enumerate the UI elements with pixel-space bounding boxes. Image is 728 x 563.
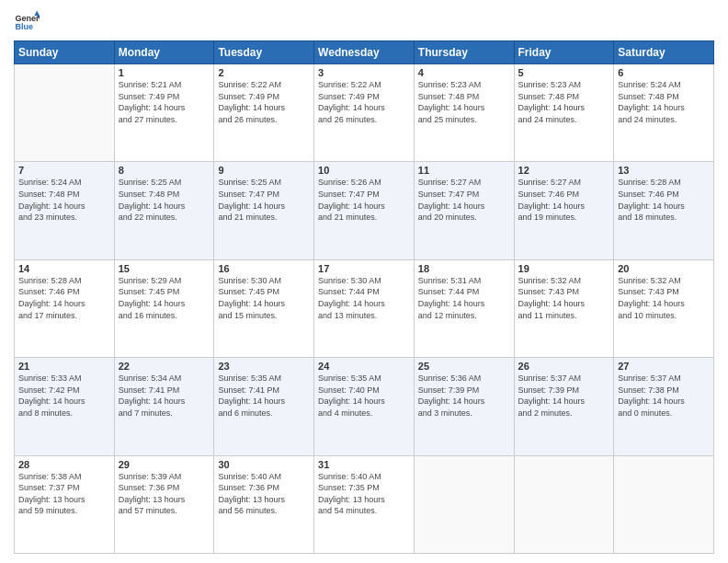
day-number: 31 <box>318 459 410 470</box>
day-info: Sunrise: 5:29 AMSunset: 7:45 PMDaylight:… <box>119 275 210 321</box>
day-info: Sunrise: 5:40 AMSunset: 7:35 PMDaylight:… <box>318 471 410 517</box>
day-info: Sunrise: 5:32 AMSunset: 7:43 PMDaylight:… <box>518 275 610 321</box>
day-number: 22 <box>119 361 210 372</box>
calendar-cell: 23Sunrise: 5:35 AMSunset: 7:41 PMDayligh… <box>214 358 314 455</box>
day-info: Sunrise: 5:23 AMSunset: 7:48 PMDaylight:… <box>518 79 610 125</box>
day-number: 9 <box>218 165 310 176</box>
calendar-cell: 22Sunrise: 5:34 AMSunset: 7:41 PMDayligh… <box>114 358 214 455</box>
calendar-cell: 19Sunrise: 5:32 AMSunset: 7:43 PMDayligh… <box>514 259 614 357</box>
calendar-cell: 29Sunrise: 5:39 AMSunset: 7:36 PMDayligh… <box>114 455 214 553</box>
day-number: 18 <box>418 263 510 274</box>
weekday-header: Friday <box>514 41 614 64</box>
day-number: 10 <box>318 165 410 176</box>
calendar-cell: 14Sunrise: 5:28 AMSunset: 7:46 PMDayligh… <box>15 259 115 357</box>
weekday-header: Sunday <box>15 41 115 64</box>
day-number: 7 <box>18 165 110 176</box>
day-number: 15 <box>119 263 210 274</box>
calendar-cell: 16Sunrise: 5:30 AMSunset: 7:45 PMDayligh… <box>214 259 314 357</box>
day-info: Sunrise: 5:30 AMSunset: 7:44 PMDaylight:… <box>318 275 410 321</box>
weekday-header: Wednesday <box>314 41 415 64</box>
day-number: 29 <box>119 459 210 470</box>
day-info: Sunrise: 5:27 AMSunset: 7:46 PMDaylight:… <box>518 177 610 223</box>
day-number: 5 <box>518 67 610 78</box>
calendar-cell: 1Sunrise: 5:21 AMSunset: 7:49 PMDaylight… <box>114 64 214 162</box>
page: General Blue SundayMondayTuesdayWednesda… <box>0 0 728 563</box>
day-info: Sunrise: 5:40 AMSunset: 7:36 PMDaylight:… <box>218 471 310 517</box>
calendar-cell: 21Sunrise: 5:33 AMSunset: 7:42 PMDayligh… <box>15 358 115 455</box>
day-number: 6 <box>618 67 710 78</box>
calendar-cell <box>414 455 514 553</box>
day-number: 26 <box>518 361 610 372</box>
calendar-cell: 13Sunrise: 5:28 AMSunset: 7:46 PMDayligh… <box>614 162 714 259</box>
day-number: 27 <box>618 361 710 372</box>
day-info: Sunrise: 5:34 AMSunset: 7:41 PMDaylight:… <box>119 373 210 419</box>
calendar-cell: 5Sunrise: 5:23 AMSunset: 7:48 PMDaylight… <box>514 64 614 162</box>
day-info: Sunrise: 5:32 AMSunset: 7:43 PMDaylight:… <box>618 275 710 321</box>
day-number: 30 <box>218 459 310 470</box>
calendar-cell: 25Sunrise: 5:36 AMSunset: 7:39 PMDayligh… <box>414 358 514 455</box>
calendar-cell <box>514 455 614 553</box>
header: General Blue <box>14 9 714 35</box>
day-number: 2 <box>218 67 310 78</box>
day-info: Sunrise: 5:37 AMSunset: 7:38 PMDaylight:… <box>618 373 710 419</box>
day-number: 24 <box>318 361 410 372</box>
day-info: Sunrise: 5:28 AMSunset: 7:46 PMDaylight:… <box>618 177 710 223</box>
calendar-cell: 18Sunrise: 5:31 AMSunset: 7:44 PMDayligh… <box>414 259 514 357</box>
weekday-header: Thursday <box>414 41 514 64</box>
weekday-header: Monday <box>114 41 214 64</box>
day-number: 17 <box>318 263 410 274</box>
day-info: Sunrise: 5:38 AMSunset: 7:37 PMDaylight:… <box>18 471 110 517</box>
day-number: 28 <box>18 459 110 470</box>
calendar-table: SundayMondayTuesdayWednesdayThursdayFrid… <box>14 40 714 554</box>
day-info: Sunrise: 5:22 AMSunset: 7:49 PMDaylight:… <box>218 79 310 125</box>
calendar-cell <box>614 455 714 553</box>
calendar-cell: 4Sunrise: 5:23 AMSunset: 7:48 PMDaylight… <box>414 64 514 162</box>
calendar-cell: 24Sunrise: 5:35 AMSunset: 7:40 PMDayligh… <box>314 358 415 455</box>
calendar-cell: 6Sunrise: 5:24 AMSunset: 7:48 PMDaylight… <box>614 64 714 162</box>
day-number: 8 <box>119 165 210 176</box>
day-info: Sunrise: 5:25 AMSunset: 7:47 PMDaylight:… <box>218 177 310 223</box>
day-info: Sunrise: 5:30 AMSunset: 7:45 PMDaylight:… <box>218 275 310 321</box>
calendar-cell: 20Sunrise: 5:32 AMSunset: 7:43 PMDayligh… <box>614 259 714 357</box>
day-number: 19 <box>518 263 610 274</box>
calendar-cell: 8Sunrise: 5:25 AMSunset: 7:48 PMDaylight… <box>114 162 214 259</box>
day-number: 16 <box>218 263 310 274</box>
calendar-cell: 3Sunrise: 5:22 AMSunset: 7:49 PMDaylight… <box>314 64 415 162</box>
day-number: 21 <box>18 361 110 372</box>
day-info: Sunrise: 5:25 AMSunset: 7:48 PMDaylight:… <box>119 177 210 223</box>
calendar-cell: 27Sunrise: 5:37 AMSunset: 7:38 PMDayligh… <box>614 358 714 455</box>
day-info: Sunrise: 5:35 AMSunset: 7:41 PMDaylight:… <box>218 373 310 419</box>
calendar-cell <box>15 64 115 162</box>
day-number: 13 <box>618 165 710 176</box>
calendar-cell: 28Sunrise: 5:38 AMSunset: 7:37 PMDayligh… <box>15 455 115 553</box>
day-info: Sunrise: 5:24 AMSunset: 7:48 PMDaylight:… <box>618 79 710 125</box>
weekday-header: Tuesday <box>214 41 314 64</box>
weekday-header: Saturday <box>614 41 714 64</box>
calendar-cell: 9Sunrise: 5:25 AMSunset: 7:47 PMDaylight… <box>214 162 314 259</box>
svg-text:Blue: Blue <box>15 22 33 31</box>
day-info: Sunrise: 5:28 AMSunset: 7:46 PMDaylight:… <box>18 275 110 321</box>
day-number: 23 <box>218 361 310 372</box>
day-info: Sunrise: 5:23 AMSunset: 7:48 PMDaylight:… <box>418 79 510 125</box>
day-info: Sunrise: 5:35 AMSunset: 7:40 PMDaylight:… <box>318 373 410 419</box>
day-number: 12 <box>518 165 610 176</box>
day-number: 11 <box>418 165 510 176</box>
day-info: Sunrise: 5:27 AMSunset: 7:47 PMDaylight:… <box>418 177 510 223</box>
calendar-cell: 30Sunrise: 5:40 AMSunset: 7:36 PMDayligh… <box>214 455 314 553</box>
calendar-cell: 31Sunrise: 5:40 AMSunset: 7:35 PMDayligh… <box>314 455 415 553</box>
day-info: Sunrise: 5:39 AMSunset: 7:36 PMDaylight:… <box>119 471 210 517</box>
day-info: Sunrise: 5:33 AMSunset: 7:42 PMDaylight:… <box>18 373 110 419</box>
calendar-cell: 12Sunrise: 5:27 AMSunset: 7:46 PMDayligh… <box>514 162 614 259</box>
calendar-cell: 7Sunrise: 5:24 AMSunset: 7:48 PMDaylight… <box>15 162 115 259</box>
day-number: 25 <box>418 361 510 372</box>
day-info: Sunrise: 5:26 AMSunset: 7:47 PMDaylight:… <box>318 177 410 223</box>
calendar-cell: 10Sunrise: 5:26 AMSunset: 7:47 PMDayligh… <box>314 162 415 259</box>
day-number: 3 <box>318 67 410 78</box>
calendar-cell: 11Sunrise: 5:27 AMSunset: 7:47 PMDayligh… <box>414 162 514 259</box>
logo-icon: General Blue <box>14 9 40 35</box>
calendar-cell: 26Sunrise: 5:37 AMSunset: 7:39 PMDayligh… <box>514 358 614 455</box>
day-number: 1 <box>119 67 210 78</box>
day-number: 4 <box>418 67 510 78</box>
calendar-cell: 2Sunrise: 5:22 AMSunset: 7:49 PMDaylight… <box>214 64 314 162</box>
calendar-cell: 15Sunrise: 5:29 AMSunset: 7:45 PMDayligh… <box>114 259 214 357</box>
